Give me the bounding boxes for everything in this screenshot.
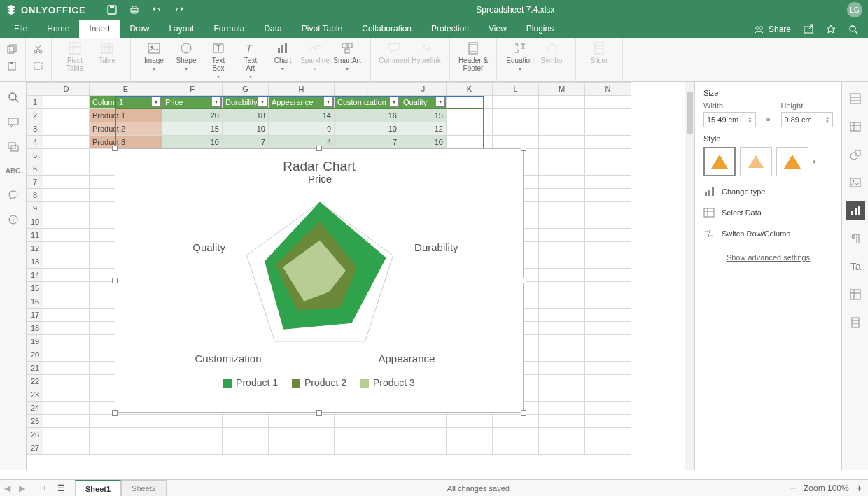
menu-layout[interactable]: Layout <box>159 20 204 38</box>
svg-rect-46 <box>8 118 18 125</box>
pivot-settings-icon[interactable] <box>846 285 865 304</box>
textart-settings-icon[interactable]: Ta <box>846 257 865 276</box>
filter-icon[interactable]: ▾ <box>389 97 399 107</box>
cell-settings-icon[interactable] <box>846 89 865 108</box>
image-settings-icon[interactable] <box>846 173 865 192</box>
title-bar: ONLYOFFICE Spreadsheet 7.4.xlsx LG <box>0 0 868 20</box>
chat-icon[interactable] <box>8 142 19 153</box>
sheet-list-icon[interactable]: ☰ <box>53 483 69 493</box>
favorite-icon[interactable] <box>826 24 836 34</box>
style-thumb-2[interactable] <box>740 147 772 176</box>
find-icon[interactable] <box>8 92 19 103</box>
svg-rect-25 <box>148 43 160 53</box>
slicer-button[interactable]: Slicer <box>583 41 615 64</box>
filter-icon[interactable]: ▾ <box>211 97 221 107</box>
shape-settings-icon[interactable] <box>846 145 865 164</box>
svg-rect-35 <box>348 43 352 48</box>
open-location-icon[interactable] <box>804 24 813 34</box>
feedback-icon[interactable] <box>8 189 19 200</box>
sparkline-button[interactable]: Sparkline▾ <box>299 41 331 72</box>
filter-icon[interactable]: ▾ <box>151 97 161 107</box>
menu-protection[interactable]: Protection <box>421 20 479 38</box>
save-icon[interactable] <box>107 5 117 15</box>
sheet-tab-sheet2[interactable]: Sheet2 <box>121 480 167 497</box>
redo-icon[interactable] <box>174 5 184 15</box>
table-button[interactable]: Table <box>91 41 123 64</box>
chart-button[interactable]: Chart▾ <box>267 41 299 72</box>
spreadsheet-grid[interactable]: DEFGHIJKLMN1Column1▾Price▾Durability▾App… <box>27 82 694 470</box>
slicer-settings-icon[interactable] <box>846 313 865 332</box>
pivot-table-button[interactable]: PivotTable <box>59 41 91 72</box>
print-icon[interactable] <box>130 5 139 15</box>
table-settings-icon[interactable] <box>846 117 865 136</box>
smartart-button[interactable]: SmartArt▾ <box>331 41 363 72</box>
spellcheck-icon[interactable]: ABC <box>6 167 21 175</box>
filter-icon[interactable]: ▾ <box>258 97 267 107</box>
comment-button[interactable]: Comment <box>378 41 410 64</box>
svg-point-69 <box>850 153 858 160</box>
svg-rect-59 <box>712 187 714 196</box>
svg-text:T: T <box>246 42 253 54</box>
size-section: Size <box>704 89 833 97</box>
undo-icon[interactable] <box>152 5 162 15</box>
height-input[interactable]: 9.89 cm▲▼ <box>781 112 834 127</box>
paragraph-settings-icon[interactable] <box>846 229 865 248</box>
sheet-tab-sheet1[interactable]: Sheet1 <box>75 480 121 497</box>
user-avatar[interactable]: LG <box>847 2 862 17</box>
menu-view[interactable]: View <box>479 20 517 38</box>
textbox-button[interactable]: TTextBox▾ <box>202 41 234 80</box>
image-button[interactable]: Image▾ <box>138 41 170 72</box>
chart-title[interactable]: Radar Chart <box>115 159 523 174</box>
filter-icon[interactable]: ▾ <box>323 97 333 107</box>
equation-button[interactable]: Equation▾ <box>504 41 536 72</box>
svg-point-14 <box>34 50 37 53</box>
svg-point-72 <box>852 180 853 182</box>
chart-object[interactable]: Radar Chart PriceDurabilityAppearanceCus… <box>115 148 524 413</box>
symbol-button[interactable]: Symbol <box>536 41 568 64</box>
vertical-scrollbar[interactable] <box>685 82 694 470</box>
hyperlink-button[interactable]: Hyperlink <box>410 41 442 64</box>
comments-icon[interactable] <box>8 117 19 128</box>
svg-text:Price: Price <box>308 174 332 185</box>
style-thumb-3[interactable] <box>776 147 808 176</box>
filter-icon[interactable]: ▾ <box>435 97 445 107</box>
chart-settings-icon[interactable] <box>846 201 865 220</box>
select-icon[interactable] <box>33 61 44 71</box>
advanced-settings-link[interactable]: Show advanced settings <box>704 253 833 262</box>
menu-formula[interactable]: Formula <box>204 20 254 38</box>
change-type-button[interactable]: Change type <box>704 186 833 197</box>
copy-icon[interactable] <box>7 44 18 54</box>
menu-file[interactable]: File <box>4 20 37 38</box>
select-data-button[interactable]: Select Data <box>704 207 833 218</box>
shape-button[interactable]: Shape▾ <box>170 41 202 72</box>
style-more-icon[interactable]: ▾ <box>813 158 816 165</box>
tab-next-icon[interactable]: ▶ <box>15 483 29 493</box>
zoom-in-icon[interactable]: + <box>856 482 862 495</box>
add-sheet-icon[interactable]: ＋ <box>36 482 53 494</box>
menu-collaboration[interactable]: Collaboration <box>352 20 421 38</box>
zoom-out-icon[interactable]: − <box>790 482 797 495</box>
legend-item: Product 1 <box>223 377 278 388</box>
menu-draw[interactable]: Draw <box>120 20 159 38</box>
header-footer-button[interactable]: Header &Footer <box>457 41 489 72</box>
lock-aspect-icon[interactable]: ⚭ <box>763 101 774 127</box>
search-icon[interactable] <box>848 24 858 34</box>
switch-row-column-button[interactable]: Switch Row/Column <box>704 228 833 239</box>
menu-insert[interactable]: Insert <box>79 20 120 38</box>
textart-button[interactable]: TTextArt▾ <box>234 41 267 80</box>
svg-rect-80 <box>852 318 859 327</box>
menu-data[interactable]: Data <box>254 20 291 38</box>
style-thumb-1[interactable] <box>704 147 736 176</box>
svg-point-15 <box>39 50 42 53</box>
svg-text:Appearance: Appearance <box>378 353 435 364</box>
paste-icon[interactable] <box>7 61 18 71</box>
menu-home[interactable]: Home <box>37 20 79 38</box>
tab-prev-icon[interactable]: ◀ <box>0 483 15 493</box>
svg-rect-60 <box>704 208 714 217</box>
share-button[interactable]: Share <box>755 24 791 34</box>
about-icon[interactable] <box>8 214 19 225</box>
width-input[interactable]: 15.49 cm▲▼ <box>704 112 756 127</box>
cut-icon[interactable] <box>33 44 44 54</box>
menu-plugins[interactable]: Plugins <box>517 20 564 38</box>
menu-pivot-table[interactable]: Pivot Table <box>292 20 352 38</box>
